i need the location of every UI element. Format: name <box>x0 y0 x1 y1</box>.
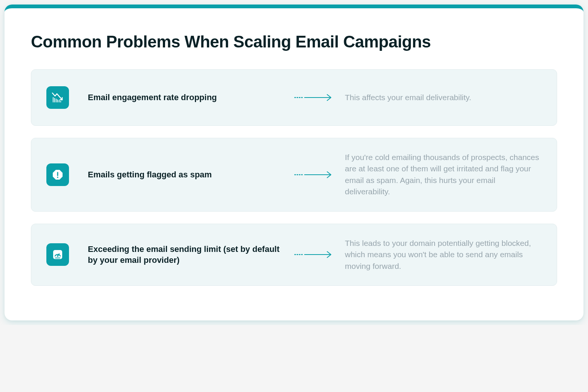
chart-down-icon <box>46 86 69 109</box>
alert-octagon-icon <box>46 163 69 186</box>
problem-description: This leads to your domain potentially ge… <box>345 238 542 272</box>
svg-point-15 <box>57 255 58 257</box>
problem-description: If you're cold emailing thousands of pro… <box>345 152 542 198</box>
problem-title: Exceeding the email sending limit (set b… <box>88 244 285 266</box>
problem-row: Exceeding the email sending limit (set b… <box>31 224 557 286</box>
info-card: Common Problems When Scaling Email Campa… <box>5 5 583 320</box>
problem-description: This affects your email deliverability. <box>345 92 542 103</box>
gauge-icon <box>46 243 69 266</box>
arrow-icon <box>292 251 337 258</box>
problem-title: Email engagement rate dropping <box>88 92 285 103</box>
problem-row: Emails getting flagged as spam If you're… <box>31 138 557 212</box>
problem-title: Emails getting flagged as spam <box>88 169 285 180</box>
svg-point-10 <box>57 177 58 178</box>
problem-row: Email engagement rate dropping This affe… <box>31 69 557 126</box>
arrow-icon <box>292 171 337 178</box>
arrow-icon <box>292 94 337 101</box>
card-title: Common Problems When Scaling Email Campa… <box>31 32 557 51</box>
